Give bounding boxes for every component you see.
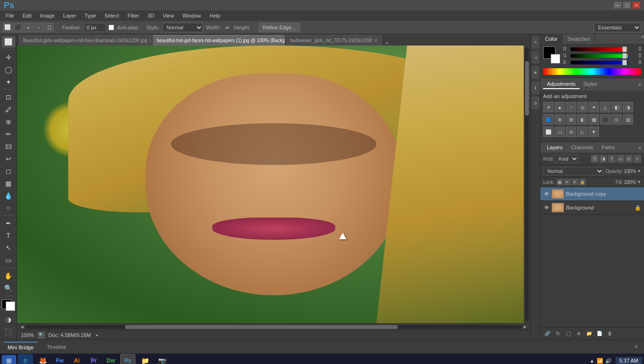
layers-panel-collapse[interactable]: ≡ xyxy=(638,145,641,150)
refine-edge-button[interactable]: Refine Edge... xyxy=(259,23,300,32)
tool-option3-icon[interactable]: ▪ xyxy=(24,23,33,32)
taskbar-dreamweaver[interactable]: Dw xyxy=(103,354,118,364)
filter-pixel-icon[interactable]: ☰ xyxy=(591,155,599,163)
adj-posterize-icon[interactable]: ▦ xyxy=(589,114,599,125)
canvas-wrapper[interactable] xyxy=(17,46,530,323)
magic-wand-tool[interactable]: ✦ xyxy=(2,76,15,88)
link-layers-icon[interactable]: 🔗 xyxy=(543,329,552,338)
tab-adjustments[interactable]: Adjustments xyxy=(543,80,580,89)
adj-icon-r3-5[interactable]: ▼ xyxy=(589,127,599,137)
tab-styles[interactable]: Styles xyxy=(580,80,601,89)
menu-file[interactable]: File xyxy=(2,12,18,19)
gradient-tool[interactable]: ▦ xyxy=(2,178,15,189)
vertical-scrollbar[interactable] xyxy=(524,46,530,323)
tab-overflow[interactable]: » xyxy=(383,40,391,46)
taskbar-illustrator[interactable]: Ai xyxy=(69,354,84,364)
taskbar-firefox[interactable]: 🦊 xyxy=(35,354,50,364)
menu-type[interactable]: Type xyxy=(81,12,100,19)
adj-icon-r3-2[interactable]: ▭ xyxy=(555,127,565,137)
vscroll-thumb[interactable] xyxy=(525,61,529,116)
spot-heal-tool[interactable]: ⊕ xyxy=(2,116,15,127)
fill-arrow[interactable]: ▼ xyxy=(637,180,641,184)
adj-icon-r3-3[interactable]: ⊘ xyxy=(566,127,576,137)
lasso-tool[interactable]: ◯ xyxy=(2,64,15,75)
dodge-tool[interactable]: ○ xyxy=(2,202,15,214)
tab-layers[interactable]: Layers xyxy=(543,144,566,151)
feather-input[interactable] xyxy=(84,23,106,32)
delete-layer-icon[interactable]: 🗑 xyxy=(606,329,614,338)
eyedropper-tool[interactable]: 🖉 xyxy=(2,104,15,115)
taskbar-camera[interactable]: 📷 xyxy=(154,354,170,364)
menu-edit[interactable]: Edit xyxy=(19,12,36,19)
menu-image[interactable]: Image xyxy=(36,12,59,19)
pen-tool[interactable]: ✒ xyxy=(2,218,15,229)
mini-tool-4[interactable]: ℹ xyxy=(532,82,539,94)
taskbar-ie[interactable]: e xyxy=(18,354,33,364)
mini-tool-3[interactable]: ⊕ xyxy=(532,66,539,79)
adj-blackwhite-icon[interactable]: ◑ xyxy=(623,102,633,112)
tab-1-close[interactable]: ✕ xyxy=(149,38,152,43)
tab-3[interactable]: budweiser_girls_hd_70175-1920x1000 ✕ xyxy=(286,35,382,46)
blur-tool[interactable]: 💧 xyxy=(2,190,15,201)
adj-curves-icon[interactable]: ~ xyxy=(566,102,576,112)
adj-levels-icon[interactable]: ▲ xyxy=(555,102,565,112)
quick-mask-mode[interactable]: ◑ xyxy=(2,314,15,325)
scroll-track[interactable] xyxy=(26,325,522,329)
opacity-arrow[interactable]: ▼ xyxy=(637,169,641,173)
essentials-select[interactable]: Essentials xyxy=(594,23,641,32)
menu-layer[interactable]: Layer xyxy=(59,12,80,19)
filter-type-icon[interactable]: T xyxy=(608,155,616,163)
scroll-left-btn[interactable]: ◂ xyxy=(19,324,26,330)
adj-photofilter-icon[interactable]: 🔵 xyxy=(543,114,554,125)
shape-tool[interactable]: ▭ xyxy=(2,255,15,266)
add-mask-icon[interactable]: ◯ xyxy=(564,329,572,338)
kind-select[interactable]: Kind xyxy=(555,155,579,163)
menu-view[interactable]: View xyxy=(159,12,178,19)
adj-colorlookup-icon[interactable]: ⊞ xyxy=(566,114,576,125)
text-tool[interactable]: T xyxy=(2,230,15,241)
add-layer-style-icon[interactable]: fx xyxy=(554,329,562,338)
layer-item-background[interactable]: 👁 Background 🔒 xyxy=(540,201,644,215)
blue-slider-track[interactable] xyxy=(571,61,628,64)
mini-tool-1[interactable]: ≡ xyxy=(532,36,539,48)
add-group-icon[interactable]: 📁 xyxy=(585,329,593,338)
add-adjustment-icon[interactable]: ⊕ xyxy=(574,329,583,338)
taskbar-photoshop[interactable]: Ps xyxy=(120,354,135,364)
sys-tray-arrow[interactable]: ▲ xyxy=(590,358,595,364)
tool-shape-icon[interactable]: ⬜ xyxy=(3,23,12,32)
taskbar-explorer[interactable]: 📁 xyxy=(137,354,152,364)
close-button[interactable]: ✕ xyxy=(633,2,640,9)
swap-icon[interactable]: ⇌ xyxy=(224,24,231,31)
adj-icon-r3-1[interactable]: ⬜ xyxy=(543,127,554,137)
tool-option4-icon[interactable]: ▫ xyxy=(34,23,44,32)
adj-hsl-icon[interactable]: △ xyxy=(600,102,610,112)
green-slider-thumb[interactable] xyxy=(622,53,627,59)
menu-select[interactable]: Select xyxy=(101,12,123,19)
start-button[interactable]: ⊞ xyxy=(2,355,16,364)
tab-2[interactable]: beautiful-hot-girl-faces-hd-wallpapers (… xyxy=(152,35,285,46)
scroll-thumb[interactable] xyxy=(125,325,398,329)
tab-timeline[interactable]: Timeline xyxy=(43,342,70,352)
taskbar-fireworks[interactable]: Fw xyxy=(52,354,67,364)
zoom-icon[interactable]: 🔍 xyxy=(38,332,45,338)
adj-selectivecolor-icon[interactable]: ⊙ xyxy=(611,114,622,125)
menu-window[interactable]: Window xyxy=(179,12,205,19)
menu-filter[interactable]: Filter xyxy=(124,12,143,19)
doc-info-arrow[interactable]: ▸ xyxy=(95,333,99,337)
move-tool[interactable]: ✛ xyxy=(2,52,15,63)
adj-exposure-icon[interactable]: ◎ xyxy=(577,102,588,112)
crop-tool[interactable]: ⊡ xyxy=(2,91,15,103)
blue-slider-thumb[interactable] xyxy=(622,60,627,65)
taskbar-clock[interactable]: 5:37 AM xyxy=(616,357,642,364)
filter-shape-icon[interactable]: ▭ xyxy=(617,155,624,163)
bottom-panel-options[interactable]: ≡ xyxy=(633,343,640,351)
tab-mini-bridge[interactable]: Mini Bridge xyxy=(4,342,37,352)
tab-color[interactable]: Color xyxy=(540,34,563,44)
layer-item-background-copy[interactable]: 👁 Background copy xyxy=(540,187,644,201)
adj-icon-r3-4[interactable]: ▷ xyxy=(577,127,588,137)
history-brush-tool[interactable]: ↩ xyxy=(2,153,15,164)
green-slider-track[interactable] xyxy=(571,54,628,58)
lock-pixels-icon[interactable]: ✏ xyxy=(564,179,571,185)
red-slider-thumb[interactable] xyxy=(622,46,627,52)
adj-channel-icon[interactable]: ⊕ xyxy=(555,114,565,125)
